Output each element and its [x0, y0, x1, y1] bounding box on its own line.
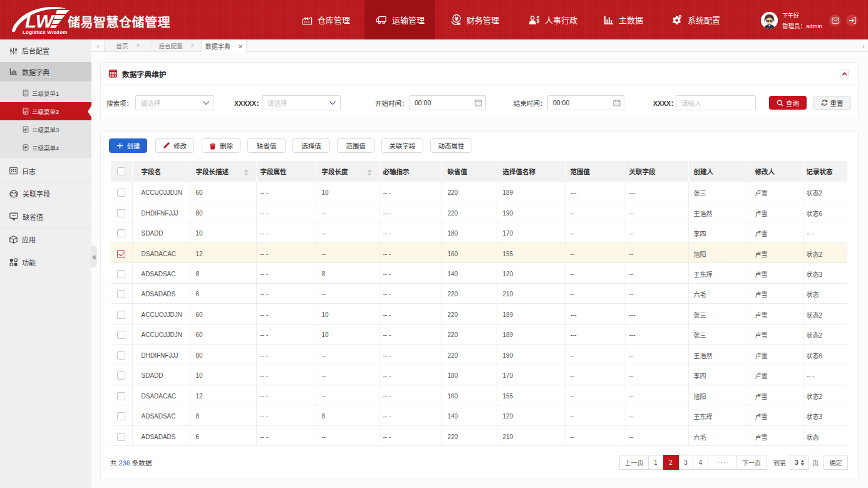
- svg-text:LW: LW: [25, 11, 55, 31]
- svg-text:Logistics Wisdom: Logistics Wisdom: [23, 29, 68, 35]
